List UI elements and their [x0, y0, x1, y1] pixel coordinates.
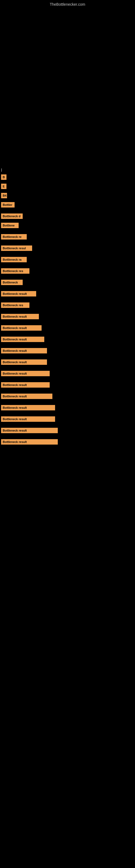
result-row: Bottleneck res — [1, 268, 134, 275]
result-row: Bottleneck res — [1, 303, 134, 309]
bottleneck-bar[interactable]: Bottleneck result — [1, 428, 58, 433]
bottleneck-bar[interactable]: Bottleneck result — [1, 291, 36, 297]
bottleneck-bar[interactable]: Bottleneck result — [1, 439, 58, 444]
result-row: Bottleneck ra — [1, 257, 134, 264]
bottleneck-bar[interactable]: B4 — [1, 193, 7, 198]
result-row: Bottleneck result — [1, 291, 134, 298]
result-row: Bottleneck result — [1, 439, 134, 446]
result-row: Bottleneck result — [1, 348, 134, 354]
bottleneck-bar[interactable]: Bottleneck result — [1, 348, 47, 353]
bottleneck-bar[interactable]: Bottleneck result — [1, 405, 55, 410]
result-row: Bottleneck result — [1, 405, 134, 411]
bottleneck-bar[interactable]: Bottleneck re — [1, 234, 27, 240]
bottleneck-bar[interactable]: Bottleneck result — [1, 337, 44, 342]
result-row: Bottleneck d — [1, 214, 134, 220]
bottleneck-bar[interactable]: Bottleneck — [1, 280, 23, 285]
bottleneck-bar[interactable]: Bottleneck result — [1, 416, 55, 422]
result-row: B — [1, 175, 134, 181]
bottleneck-bar[interactable]: Bottleneck result — [1, 360, 47, 365]
result-row: Bottleneck result — [1, 337, 134, 343]
site-title: TheBottlenecker.com — [0, 0, 135, 8]
bottleneck-bar[interactable]: Bottleneck res — [1, 268, 30, 274]
bottleneck-bar[interactable]: Bottleneck res — [1, 303, 30, 308]
result-row: Bottleneck — [1, 280, 134, 286]
bottleneck-bar[interactable]: Bottler — [1, 202, 14, 208]
result-row: Bottleneck result — [1, 314, 134, 320]
result-row: Bottleneck result — [1, 325, 134, 332]
result-row: E — [1, 184, 134, 190]
result-row: Bottleneck result — [1, 394, 134, 400]
result-row: Bottleneck result — [1, 382, 134, 389]
result-row: Bottlene — [1, 223, 134, 229]
bottleneck-bar[interactable]: E — [1, 184, 6, 189]
bottleneck-bar[interactable]: Bottleneck result — [1, 325, 42, 331]
result-row: B4 — [1, 193, 134, 199]
top-area — [0, 8, 135, 165]
result-row: Bottleneck resul — [1, 246, 134, 252]
bottleneck-bar[interactable]: Bottleneck resul — [1, 246, 32, 251]
bottleneck-bar[interactable]: Bottlene — [1, 223, 18, 228]
bottleneck-bar[interactable]: Bottleneck result — [1, 314, 39, 319]
result-row: Bottleneck result — [1, 360, 134, 366]
bottleneck-bar[interactable]: B — [1, 175, 6, 180]
result-row: Bottler — [1, 202, 134, 209]
result-row: Bottleneck result — [1, 371, 134, 377]
result-row: Bottleneck re — [1, 234, 134, 241]
result-row: Bottleneck result — [1, 416, 134, 423]
bottleneck-bar[interactable]: Bottleneck result — [1, 394, 52, 399]
bottleneck-bar[interactable]: Bottleneck result — [1, 371, 50, 376]
bottleneck-bar[interactable]: Bottleneck result — [1, 382, 50, 388]
bars-container: BEB4BottlerBottleneck dBottleneBottlenec… — [0, 175, 135, 446]
bottleneck-bar[interactable]: Bottleneck ra — [1, 257, 27, 262]
result-row: Bottleneck result — [1, 428, 134, 434]
bottleneck-bar[interactable]: Bottleneck d — [1, 214, 23, 219]
section-label: | — [0, 167, 135, 172]
